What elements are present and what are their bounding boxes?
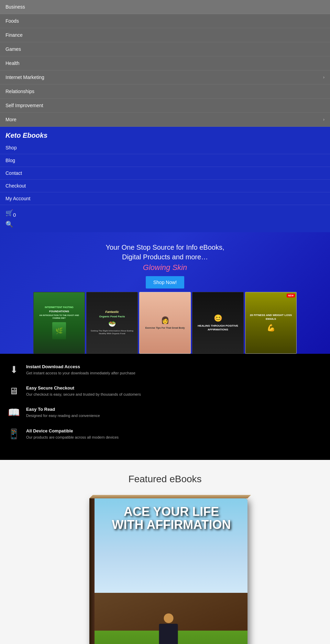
cart-search-area: 🛒0 🔍 (0, 205, 330, 232)
ebook-title: ACE YOUR LIFE WITH AFFIRMATION (98, 505, 245, 531)
book-intermittent-fasting: INTERMITTENT FASTING FOUNDATIONS AN INTR… (33, 292, 85, 354)
feature-checkout: 🖥 Easy Secure Checkout Our checkout is e… (7, 385, 323, 397)
book-fitness-emails: NEW 28 FITNESS AND WEIGHT LOSS EMAILS 💪 (245, 292, 297, 354)
search-icon[interactable]: 🔍 (6, 219, 324, 229)
menu-item-games[interactable]: Games (0, 42, 330, 56)
menu-item-business[interactable]: Business (0, 0, 330, 14)
feature-device: 📱 All Device Compatible Our products are… (7, 428, 323, 440)
hero-text: Your One Stop Source for Info eBooks, Di… (106, 242, 224, 272)
menu-item-internet-marketing[interactable]: Internet Marketing › (0, 70, 330, 84)
menu-item-more[interactable]: More › (0, 113, 330, 127)
shop-now-button[interactable]: Shop Now! (146, 276, 184, 289)
feature-download: ⬇ Instant Download Access Get instant ac… (7, 364, 323, 376)
menu-item-relationships[interactable]: Relationships (0, 84, 330, 99)
hero-section: Your One Stop Source for Info eBooks, Di… (0, 232, 330, 354)
feature-device-title: All Device Compatible (26, 428, 119, 433)
feature-checkout-title: Easy Secure Checkout (26, 385, 141, 391)
book-glowing-skin: 👩 Exercise Tips For That Great Body (139, 292, 191, 354)
nav-my-account[interactable]: My Account (0, 192, 330, 205)
ebook-showcase: ACE YOUR LIFE WITH AFFIRMATION (7, 495, 323, 644)
featured-section: Featured eBooks ACE YOUR LIFE WITH AFFIR… (0, 460, 330, 644)
featured-title: Featured eBooks (7, 474, 323, 485)
feature-checkout-desc: Our checkout is easy, secure and trusted… (26, 392, 141, 397)
site-title: Keto Ebooks (0, 127, 330, 142)
nav-blog[interactable]: Blog (0, 154, 330, 167)
chevron-down-icon: › (323, 117, 324, 122)
books-display: INTERMITTENT FASTING FOUNDATIONS AN INTR… (0, 292, 330, 354)
hero-tagline: Glowing Skin (106, 263, 224, 272)
feature-read-desc: Designed for easy reading and convenienc… (26, 413, 100, 418)
book-organic-food: Fantastic Organic Food Facts 🥗 Getting T… (86, 292, 138, 354)
feature-read: 📖 Easy To Read Designed for easy reading… (7, 407, 323, 418)
chevron-down-icon: › (323, 75, 324, 80)
blue-nav: Keto Ebooks Shop Blog Contact Checkout M… (0, 127, 330, 232)
hero-headline: Your One Stop Source for Info eBooks, Di… (106, 242, 224, 262)
menu-item-self-improvement[interactable]: Self Improvement (0, 99, 330, 113)
feature-download-title: Instant Download Access (26, 364, 135, 369)
feature-download-desc: Get instant access to your downloads imm… (26, 371, 135, 376)
book-healing-affirmations: 😊 HEALING THROUGH POSITIVE AFFIRMATIONS (192, 292, 244, 354)
figure-silhouette (159, 613, 178, 644)
cart-count: 0 (13, 212, 16, 218)
book-icon: 📖 (7, 407, 21, 418)
cart-icon[interactable]: 🛒0 (6, 208, 324, 219)
menu-item-foods[interactable]: Foods (0, 14, 330, 28)
nav-contact[interactable]: Contact (0, 167, 330, 180)
device-icon: 📱 (7, 428, 21, 440)
menu-item-finance[interactable]: Finance (0, 28, 330, 42)
features-section: ⬇ Instant Download Access Get instant ac… (0, 354, 330, 460)
download-icon: ⬇ (7, 364, 21, 375)
menu-overlay: Business Foods Finance Games Health Inte… (0, 0, 330, 127)
nav-shop[interactable]: Shop (0, 142, 330, 154)
checkout-icon: 🖥 (7, 385, 21, 397)
feature-read-title: Easy To Read (26, 407, 100, 412)
nav-checkout[interactable]: Checkout (0, 180, 330, 192)
featured-ebook[interactable]: ACE YOUR LIFE WITH AFFIRMATION (82, 495, 248, 644)
feature-device-desc: Our products are compatible across all m… (26, 435, 119, 440)
menu-item-health[interactable]: Health (0, 56, 330, 70)
